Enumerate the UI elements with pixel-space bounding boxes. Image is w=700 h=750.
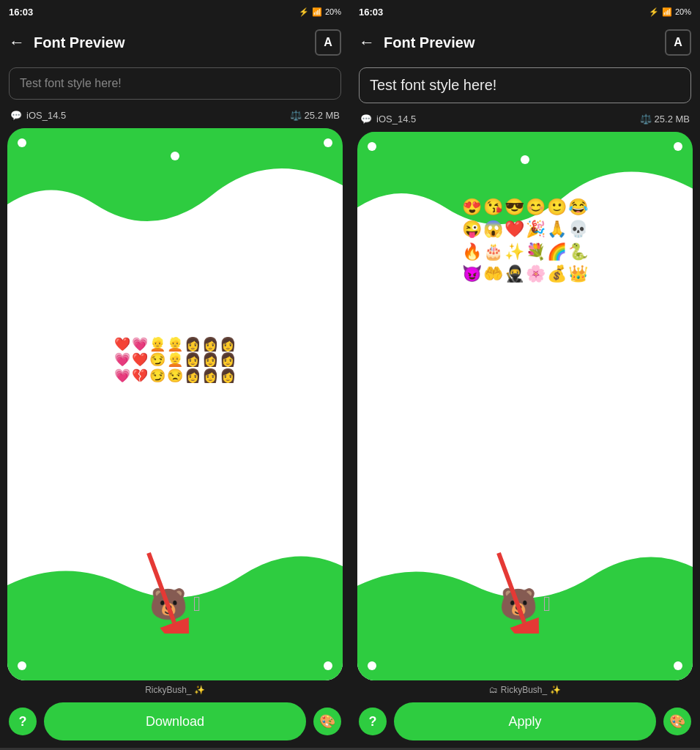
left-font-name: iOS_14.5	[26, 110, 66, 121]
r-emoji-18: 🐍	[568, 242, 588, 261]
left-top-bar: ← Font Preview A	[0, 23, 350, 62]
right-font-size-area: ⚖️ 25.2 MB	[640, 114, 690, 125]
r-emoji-19: 😈	[462, 264, 482, 283]
r-emoji-9: ❤️	[504, 220, 524, 239]
r-emoji-1: 😍	[462, 198, 482, 217]
r-swirl-symbol: 𖦹	[543, 593, 551, 616]
emoji-14: 👩	[220, 352, 236, 368]
r-bluetooth-icon: ⚡	[649, 7, 659, 17]
emoji-10: 😏	[149, 352, 165, 368]
r-emoji-3: 😎	[504, 198, 524, 217]
right-apply-button[interactable]: Apply	[394, 702, 656, 740]
emoji-16: 💔	[132, 368, 148, 384]
right-status-bar: 16:03 ⚡ 📶 20%	[350, 0, 700, 23]
emoji-row-1: ❤️ 💗 👱 👱 👩 👩 👩	[114, 336, 236, 352]
left-help-button[interactable]: ?	[9, 708, 37, 735]
r-emoji-row-3: 🔥 🎂 ✨ 💐 🌈 🐍	[462, 242, 588, 261]
right-emoji-grid: 😍 😘 😎 😊 🙂 😂 😜 😱 ❤️ 🎉 🙏 💀 🔥 🎂 ✨ 💐	[462, 198, 588, 284]
emoji-7: 👩	[220, 336, 236, 352]
emoji-18: 😒	[167, 368, 183, 384]
right-test-input[interactable]: Test font style here!	[359, 67, 691, 103]
emoji-8: 💗	[114, 352, 130, 368]
dot-tl	[18, 138, 26, 147]
right-credit: 🗂 RickyBush_ ✨	[350, 680, 700, 697]
right-bear-area: 🐻 𖦹	[499, 586, 551, 622]
r-emoji-11: 🙏	[547, 220, 567, 239]
right-back-button[interactable]: ←	[359, 33, 375, 52]
r-emoji-23: 💰	[547, 264, 567, 283]
emoji-9: ❤️	[132, 352, 148, 368]
left-status-icons: ⚡ 📶 20%	[299, 7, 341, 17]
r-emoji-2: 😘	[483, 198, 503, 217]
right-battery: 20%	[675, 7, 691, 16]
right-status-time: 16:03	[359, 7, 383, 18]
r-emoji-16: 💐	[526, 242, 546, 261]
emoji-19: 👩	[185, 368, 201, 384]
left-palette-button[interactable]: 🎨	[313, 708, 341, 735]
r-chat-icon: 💬	[360, 114, 372, 125]
r-emoji-21: 🥷	[504, 264, 524, 283]
r-dot-bl	[368, 661, 376, 670]
right-font-name: iOS_14.5	[376, 114, 416, 125]
dot-top-center	[171, 152, 179, 160]
r-emoji-14: 🎂	[483, 242, 503, 261]
left-status-bar: 16:03 ⚡ 📶 20%	[0, 0, 350, 23]
left-bear-area: 🐻 𖦹	[149, 586, 201, 622]
emoji-4: 👱	[167, 336, 183, 352]
left-bottom-bar: ? Download 🎨	[0, 697, 350, 748]
left-test-input[interactable]: Test font style here!	[9, 67, 341, 100]
r-emoji-row-1: 😍 😘 😎 😊 🙂 😂	[462, 198, 588, 217]
emoji-2: 💗	[132, 336, 148, 352]
emoji-3: 👱	[149, 336, 165, 352]
r-emoji-4: 😊	[526, 198, 546, 217]
swirl-symbol: 𖦹	[193, 593, 201, 616]
r-emoji-13: 🔥	[462, 242, 482, 261]
left-page-title: Font Preview	[34, 34, 306, 51]
right-card-area: 😍 😘 😎 😊 🙂 😂 😜 😱 ❤️ 🎉 🙏 💀 🔥 🎂 ✨ 💐	[357, 132, 693, 680]
emoji-11: 👱	[167, 352, 183, 368]
emoji-12: 👩	[185, 352, 201, 368]
left-phone-panel: 16:03 ⚡ 📶 20% ← Font Preview A Test font…	[0, 0, 350, 750]
r-dot-tr	[674, 142, 682, 151]
signal-icon: 📶	[312, 7, 322, 17]
r-emoji-8: 😱	[483, 220, 503, 239]
r-emoji-5: 🙂	[547, 198, 567, 217]
r-signal-icon: 📶	[662, 7, 672, 17]
left-font-name-area: 💬 iOS_14.5	[10, 110, 66, 121]
left-emoji-grid: ❤️ 💗 👱 👱 👩 👩 👩 💗 ❤️ 😏 👱 👩 👩 👩 💗 💔	[114, 336, 236, 384]
left-credit: RickyBush_ ✨	[0, 680, 350, 697]
r-emoji-6: 😂	[568, 198, 588, 217]
left-download-button[interactable]: Download	[44, 702, 306, 740]
emoji-15: 💗	[114, 368, 130, 384]
right-help-button[interactable]: ?	[359, 708, 387, 735]
emoji-row-3: 💗 💔 😏 😒 👩 👩 👩	[114, 368, 236, 384]
left-battery: 20%	[325, 7, 341, 16]
chat-icon: 💬	[10, 110, 22, 121]
r-emoji-17: 🌈	[547, 242, 567, 261]
emoji-1: ❤️	[114, 336, 130, 352]
left-card-area: ❤️ 💗 👱 👱 👩 👩 👩 💗 ❤️ 😏 👱 👩 👩 👩 💗 💔	[7, 128, 343, 680]
left-font-size-area: ⚖️ 25.2 MB	[290, 110, 340, 121]
dot-tr	[324, 138, 332, 147]
bluetooth-icon: ⚡	[299, 7, 309, 17]
bear-emoji: 🐻	[149, 586, 187, 622]
left-font-icon-button[interactable]: A	[315, 29, 341, 56]
r-bear-emoji: 🐻	[499, 586, 537, 622]
right-font-icon-button[interactable]: A	[665, 29, 691, 56]
right-font-meta: 💬 iOS_14.5 ⚖️ 25.2 MB	[350, 109, 700, 129]
right-bottom-bar: ? Apply 🎨	[350, 697, 700, 748]
emoji-13: 👩	[202, 352, 218, 368]
r-emoji-20: 🤲	[483, 264, 503, 283]
right-palette-button[interactable]: 🎨	[663, 708, 691, 735]
r-emoji-10: 🎉	[526, 220, 546, 239]
left-font-meta: 💬 iOS_14.5 ⚖️ 25.2 MB	[0, 105, 350, 125]
emoji-17: 😏	[149, 368, 165, 384]
dot-bl	[18, 661, 26, 670]
r-emoji-row-4: 😈 🤲 🥷 🌸 💰 👑	[462, 264, 588, 283]
emoji-5: 👩	[185, 336, 201, 352]
right-phone-panel: 16:03 ⚡ 📶 20% ← Font Preview A Test font…	[350, 0, 700, 750]
left-back-button[interactable]: ←	[9, 33, 25, 52]
emoji-21: 👩	[220, 368, 236, 384]
r-emoji-row-2: 😜 😱 ❤️ 🎉 🙏 💀	[462, 220, 588, 239]
emoji-20: 👩	[202, 368, 218, 384]
